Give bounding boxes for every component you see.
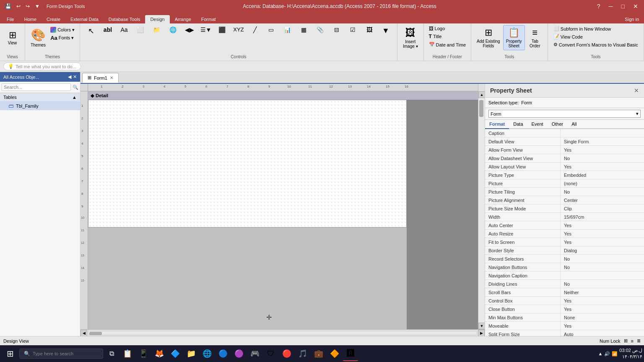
nav-close-btn[interactable]: ✕ [73,74,77,80]
subform-btn[interactable]: ▦ [296,25,312,34]
ps-prop-value[interactable]: Auto [561,330,644,336]
combo-box-btn[interactable]: ☰▼ [198,25,214,34]
tab-design[interactable]: Design [145,15,169,23]
themes-btn[interactable]: 🎨 Themes [29,25,48,50]
tab-arrange[interactable]: Arrange [170,15,196,23]
ps-prop-value[interactable] [561,272,644,279]
ps-prop-value[interactable]: No [561,263,644,271]
title-hf-btn[interactable]: T Title [427,33,468,40]
ps-prop-value[interactable]: No [561,188,644,196]
customize-qa-btn[interactable]: ▼ [33,3,42,10]
sys-icon-network[interactable]: 📶 [612,351,618,357]
line-btn[interactable]: ╱ [247,25,263,34]
add-existing-fields-btn[interactable]: ⊞ Add ExistingFields [475,25,502,50]
ps-prop-value[interactable]: Yes [561,322,644,330]
convert-macros-btn[interactable]: ⚙ Convert Form's Macros to Visual Basic [552,41,640,48]
ps-prop-value[interactable]: Yes [561,297,644,305]
chart-btn[interactable]: 📊 [280,25,296,34]
ps-prop-value[interactable]: Yes [561,163,644,171]
start-btn[interactable]: ⊞ [2,346,18,361]
ps-prop-value[interactable]: Center [561,196,644,204]
taskbar-app-14[interactable]: 🔶 [327,346,342,361]
taskbar-access-icon[interactable]: 🅰 [343,346,358,361]
h-scroll-right-btn[interactable]: ▶ [478,330,485,336]
taskbar-app-10[interactable]: 🛡 [263,346,278,361]
ps-prop-value[interactable]: Yes [561,305,644,313]
taskbar-app-9[interactable]: 🎮 [247,346,262,361]
nav-collapse-btn[interactable]: ◀ [68,74,71,80]
date-time-btn[interactable]: 📅 Date and Time [427,41,468,48]
taskbar-app-7[interactable]: 🔵 [216,346,231,361]
ps-prop-value[interactable]: Neither [561,288,644,296]
v-scroll-track[interactable] [478,98,485,323]
tab-external-data[interactable]: External Data [65,15,104,23]
fonts-btn[interactable]: Aa Fonts ▾ [49,34,76,42]
ps-prop-value[interactable]: (none) [561,179,644,187]
ps-tab-data[interactable]: Data [509,120,527,129]
ps-prop-value[interactable]: Clip [561,204,644,212]
taskbar-app-4[interactable]: 🔷 [168,346,183,361]
ps-prop-value[interactable]: Embedded [561,171,644,179]
ps-prop-value[interactable]: Dialog [561,246,644,254]
taskbar-app-1[interactable]: 📋 [120,346,135,361]
redo-qa-btn[interactable]: ↪ [24,3,31,10]
close-btn[interactable]: ✕ [631,2,641,10]
list-box-btn[interactable]: ⬛ [214,25,230,34]
ps-prop-value[interactable]: Yes [561,238,644,246]
tab-home[interactable]: Home [19,15,42,23]
tab-ctrl-btn[interactable]: 📁 [149,25,165,34]
v-scroll-up-btn[interactable]: ▲ [478,91,485,98]
view-btn[interactable]: ⊞ View [5,25,21,50]
tab-create[interactable]: Create [42,15,65,23]
taskbar-search[interactable]: 🔍 Type here to search [19,349,103,359]
form-surface-scroll[interactable]: ◆ Detail ✛ [88,91,478,329]
colors-btn[interactable]: Colors ▾ [49,26,76,34]
subform-new-window-btn[interactable]: ⬜ Subform in New Window [552,25,640,32]
ps-prop-value[interactable]: No [561,154,644,162]
sys-icon-volume[interactable]: 🔊 [604,351,610,357]
ps-prop-value[interactable] [561,129,644,137]
taskbar-app-2[interactable]: 📱 [136,346,151,361]
unbound-obj-btn[interactable]: XYZ [231,25,247,34]
ps-prop-value[interactable]: Yes [561,230,644,238]
ps-prop-value[interactable]: No [561,280,644,288]
taskbar-app-5[interactable]: 📁 [184,346,199,361]
taskbar-app-13[interactable]: 💼 [311,346,326,361]
view-code-btn[interactable]: 📝 View Code [552,33,640,40]
select-tool-btn[interactable]: ↖ [83,25,99,37]
tab-database-tools[interactable]: Database Tools [104,15,145,23]
text-box-btn[interactable]: abl [100,25,116,34]
taskbar-app-8[interactable]: 🟣 [231,346,247,361]
form1-tab[interactable]: ⊞ Form1 ✕ [82,73,119,83]
minimize-btn[interactable]: ─ [606,2,615,10]
ps-tab-format[interactable]: Format [485,120,509,129]
ps-prop-value[interactable]: Yes [561,146,644,154]
ps-prop-value[interactable]: None [561,313,644,321]
check-box-btn[interactable]: ☑ [345,25,361,34]
ps-form-dropdown[interactable]: Form ▾ [488,110,641,118]
ps-tab-all[interactable]: All [567,120,581,129]
taskbar-app-6[interactable]: 🌐 [200,346,215,361]
h-scroll-thumb[interactable] [89,332,102,335]
taskbar-apps-btn[interactable]: ⧉ [104,346,119,361]
undo-qa-btn[interactable]: ↩ [15,3,22,10]
ps-prop-value[interactable]: No [561,255,644,263]
taskbar-time[interactable]: 03:02 ل.ص ۱۴۰۴/۳/۱۴ [619,347,642,360]
v-scroll-down-btn[interactable]: ▼ [478,323,485,329]
tell-me-input[interactable]: 💡 Tell me what you want to do... [3,62,81,70]
help-btn[interactable]: ? [595,2,603,10]
label-btn[interactable]: Aa [116,25,132,34]
nav-ctrl-btn[interactable]: ◀▶ [182,25,197,34]
taskbar-app-12[interactable]: 🎵 [295,346,310,361]
h-scroll-track[interactable] [88,331,477,335]
taskbar-app-11[interactable]: 🔴 [279,346,294,361]
maximize-btn[interactable]: □ [619,2,627,10]
nav-item-tbl-family[interactable]: 🗃 Tbl_Family [0,101,80,110]
hyperlink-btn[interactable]: 🌐 [165,25,181,34]
more-controls-btn[interactable]: ▼ [378,25,394,36]
form-white-area[interactable] [88,100,407,228]
ps-prop-value[interactable]: Single Form [561,137,644,145]
sys-icon-1[interactable]: ▲ [598,351,602,356]
save-qa-btn[interactable]: 💾 [3,3,13,10]
tab-order-btn[interactable]: ≡ TabOrder [526,25,544,50]
